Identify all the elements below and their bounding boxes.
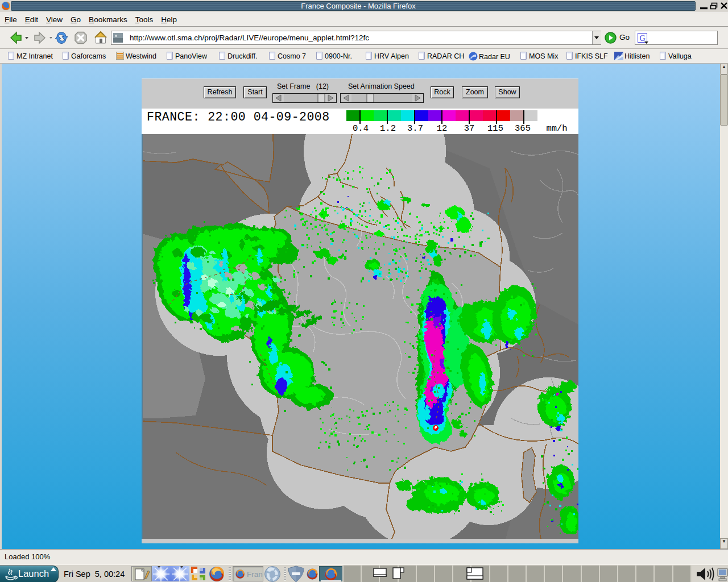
- svg-text:0.4: 0.4: [353, 123, 369, 134]
- svg-text:G: G: [639, 34, 645, 43]
- svg-text:115: 115: [487, 123, 503, 134]
- svg-text:365: 365: [515, 123, 531, 134]
- svg-text:12: 12: [437, 123, 448, 134]
- svg-text:3.7: 3.7: [407, 123, 423, 134]
- svg-text:mm/h: mm/h: [546, 123, 567, 134]
- svg-text:37: 37: [464, 123, 475, 134]
- svg-text:1.2: 1.2: [380, 123, 396, 134]
